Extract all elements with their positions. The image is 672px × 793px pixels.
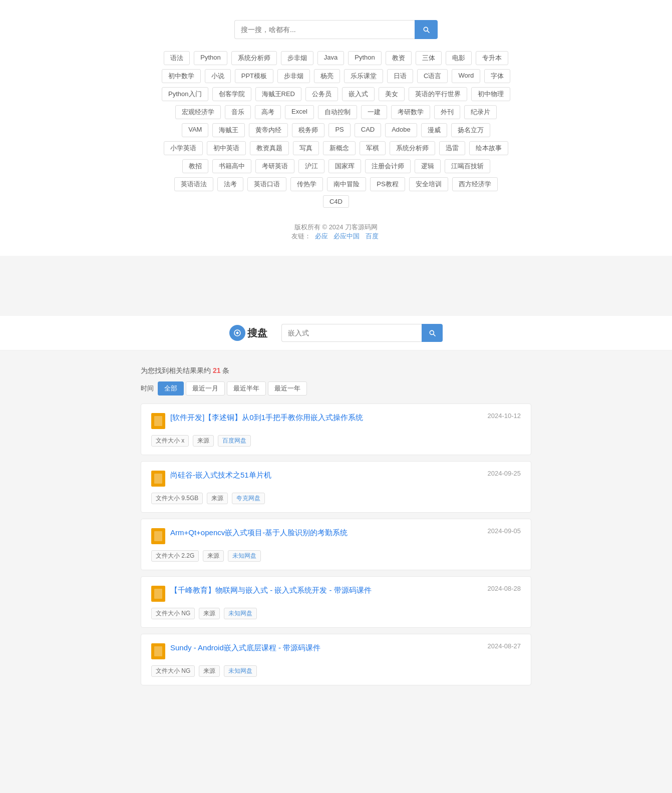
result-meta: 文件大小 NG 来源 未知网盘 [151, 608, 521, 619]
tag-item[interactable]: 黄帝内经 [249, 123, 288, 137]
tag-item[interactable]: 西方经济学 [452, 177, 498, 191]
tag-item[interactable]: Python [348, 51, 381, 65]
bottom-search-button[interactable] [422, 324, 443, 342]
file-size-tag: 文件大小 NG [151, 665, 195, 677]
tag-item[interactable]: Word [452, 69, 480, 83]
friend-link-3[interactable]: 百度 [366, 232, 379, 240]
tag-item[interactable]: 系统分析师 [390, 141, 435, 155]
tag-item[interactable]: C语言 [417, 69, 448, 83]
tag-item[interactable]: 逻辑 [415, 159, 441, 173]
tag-item[interactable]: 初中数学 [162, 69, 201, 83]
tag-item[interactable]: PS教程 [370, 177, 405, 191]
tag-item[interactable]: 专升本 [476, 51, 508, 65]
result-title[interactable]: Sundy - Android嵌入式底层课程 - 带源码课件 [170, 642, 320, 653]
tag-item[interactable]: 绘本故事 [469, 141, 508, 155]
top-search-button[interactable] [415, 20, 438, 39]
tag-item[interactable]: 安全培训 [409, 177, 448, 191]
tag-item[interactable]: 军棋 [360, 141, 386, 155]
tag-item[interactable]: 法考 [217, 177, 243, 191]
tag-item[interactable]: 南中冒险 [327, 177, 366, 191]
filter-button-1[interactable]: 最近一月 [186, 381, 225, 395]
summary-prefix: 为您找到相关结果果约 [141, 366, 213, 374]
tag-item[interactable]: Adobe [385, 123, 417, 137]
result-title[interactable]: 尚硅谷-嵌入式技术之51单片机 [170, 470, 271, 480]
tag-item[interactable]: 传热学 [290, 177, 323, 191]
tag-item[interactable]: 教资 [386, 51, 412, 65]
tag-item[interactable]: Excel [285, 105, 314, 119]
result-title[interactable]: [软件开发]【李述铜】从0到1手把手教你用嵌入式操作系统 [170, 412, 363, 423]
tag-item[interactable]: 杨亮 [314, 69, 340, 83]
logo-svg-icon [233, 328, 242, 337]
tag-item[interactable]: 公务员 [305, 87, 338, 101]
tag-item[interactable]: 教招 [182, 159, 208, 173]
spacer [0, 256, 672, 316]
tag-item[interactable]: 扬名立万 [451, 123, 490, 137]
tag-item[interactable]: C4D [323, 195, 349, 208]
tag-item[interactable]: 海贼王RED [255, 87, 301, 101]
tag-item[interactable]: Python [194, 51, 227, 65]
source-label-tag: 来源 [207, 493, 228, 504]
tag-item[interactable]: 创客学院 [212, 87, 251, 101]
friends-label: 友链： [291, 232, 311, 240]
result-meta: 文件大小 2.2G 来源 未知网盘 [151, 550, 521, 562]
tag-item[interactable]: 迅雷 [439, 141, 465, 155]
tag-item[interactable]: 沪江 [298, 159, 324, 173]
file-size-tag: 文件大小 2.2G [151, 550, 199, 562]
top-search-input[interactable] [234, 20, 415, 39]
tag-item[interactable]: 英语的平行世界 [409, 87, 467, 101]
tag-item[interactable]: 国家珲 [328, 159, 361, 173]
footer: 版权所有 © 2024 刀客源码网 友链： 必应 必应中国 百度 [291, 223, 381, 241]
result-card: 【千峰教育】物联网与嵌入式 - 嵌入式系统开发 - 带源码课件 2024-08-… [141, 576, 531, 628]
tag-item[interactable]: 三体 [416, 51, 442, 65]
tag-item[interactable]: 步非烟 [281, 51, 313, 65]
tag-item[interactable]: 英语口语 [247, 177, 286, 191]
filter-button-0[interactable]: 全部 [158, 381, 184, 395]
tag-item[interactable]: 考研英语 [255, 159, 294, 173]
tag-item[interactable]: 宏观经济学 [175, 105, 221, 119]
bottom-search-input[interactable]: 嵌入式 [281, 324, 422, 342]
tag-item[interactable]: 纪录片 [464, 105, 497, 119]
tag-item[interactable]: 小学英语 [164, 141, 203, 155]
tag-item[interactable]: VAM [182, 123, 208, 137]
tag-item[interactable]: 系统分析师 [231, 51, 277, 65]
tag-item[interactable]: PPT模板 [235, 69, 273, 83]
friend-link-1[interactable]: 必应 [315, 232, 328, 240]
tag-item[interactable]: 电影 [446, 51, 472, 65]
tag-item[interactable]: PS [328, 123, 350, 137]
tag-item[interactable]: 自动控制 [318, 105, 357, 119]
tag-item[interactable]: 音乐 [225, 105, 251, 119]
friend-link-2[interactable]: 必应中国 [333, 232, 360, 240]
tag-item[interactable]: 教资真题 [250, 141, 289, 155]
tag-item[interactable]: 语法 [164, 51, 190, 65]
file-icon [151, 586, 165, 602]
tag-item[interactable]: 小说 [205, 69, 231, 83]
tag-item[interactable]: 字体 [484, 69, 510, 83]
tag-item[interactable]: 考研数学 [391, 105, 430, 119]
result-title[interactable]: 【千峰教育】物联网与嵌入式 - 嵌入式系统开发 - 带源码课件 [170, 585, 372, 595]
tag-item[interactable]: CAD [355, 123, 381, 137]
tag-item[interactable]: 注册会计师 [365, 159, 411, 173]
tag-item[interactable]: Python入门 [162, 87, 208, 101]
tag-item[interactable]: 英语语法 [174, 177, 213, 191]
tag-item[interactable]: 乐乐课堂 [344, 69, 383, 83]
tag-item[interactable]: Java [317, 51, 344, 65]
tag-item[interactable]: 税务师 [292, 123, 324, 137]
tag-item[interactable]: 初中英语 [207, 141, 246, 155]
result-title[interactable]: Arm+Qt+opencv嵌入式项目-基于人脸识别的考勤系统 [170, 527, 348, 538]
tag-item[interactable]: 日语 [387, 69, 413, 83]
tag-item[interactable]: 外刊 [434, 105, 460, 119]
tag-item[interactable]: 初中物理 [471, 87, 510, 101]
tag-item[interactable]: 美女 [379, 87, 405, 101]
tag-item[interactable]: 江喝百技斩 [445, 159, 490, 173]
tag-item[interactable]: 漫威 [421, 123, 447, 137]
tag-item[interactable]: 步非烟 [277, 69, 310, 83]
tag-item[interactable]: 海贼王 [212, 123, 245, 137]
tag-item[interactable]: 一建 [361, 105, 387, 119]
tag-item[interactable]: 高考 [255, 105, 281, 119]
tag-item[interactable]: 嵌入式 [342, 87, 375, 101]
filter-button-2[interactable]: 最近半年 [227, 381, 266, 395]
tag-item[interactable]: 书籍高中 [212, 159, 251, 173]
tag-item[interactable]: 新概念 [323, 141, 356, 155]
tag-item[interactable]: 写真 [293, 141, 319, 155]
filter-button-3[interactable]: 最近一年 [268, 381, 307, 395]
